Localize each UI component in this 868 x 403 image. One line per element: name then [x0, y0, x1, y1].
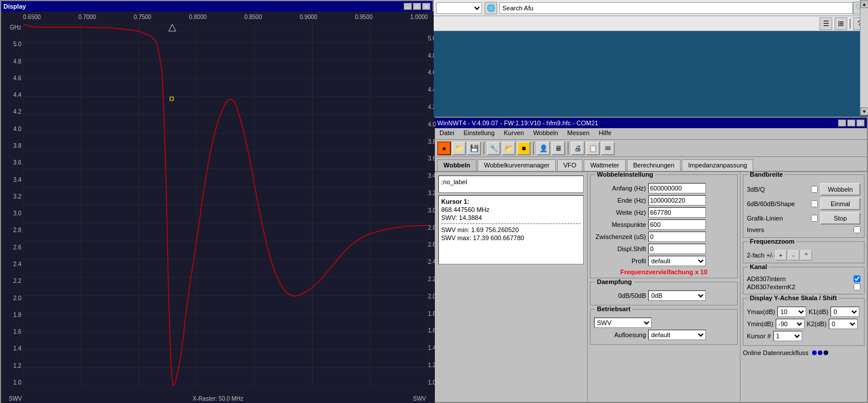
tool-settings-btn[interactable]: 🔧: [487, 141, 501, 155]
betriebsart-select[interactable]: SWV: [594, 318, 652, 328]
tool-person-btn[interactable]: 👤: [536, 141, 550, 155]
bandbreite-title: Bandbreite: [748, 172, 784, 178]
ymin-select[interactable]: -90: [776, 319, 805, 329]
menu-einstellung[interactable]: Einstellung: [461, 129, 497, 138]
nwt-menubar: Datei Einstellung Kurven Wobbeln Messen …: [435, 128, 867, 140]
k2-select[interactable]: 0: [829, 319, 858, 329]
tab-berechnungen[interactable]: Berechnungen: [627, 159, 681, 171]
nwt-close-btn[interactable]: ×: [856, 120, 865, 126]
scrollbar[interactable]: ▲ ▼: [860, 0, 868, 115]
ymax-select[interactable]: 10: [777, 307, 806, 317]
close-btn[interactable]: ×: [422, 3, 430, 10]
zoom-minus-btn[interactable]: -: [788, 250, 799, 260]
ymin-label: Ymin(dB): [747, 320, 773, 327]
weite-label: Weite (Hz): [594, 209, 646, 216]
tool-record-btn[interactable]: ●: [437, 141, 451, 155]
tab-wobbeln[interactable]: Wobbeln: [437, 159, 476, 171]
maximize-btn[interactable]: □: [413, 3, 421, 10]
nwt-toolbar: ● 📁 💾 🔧 📂 ■ 👤 🖥 🖨 📋 ✉: [435, 140, 867, 157]
view-list-icon[interactable]: ☰: [820, 17, 832, 30]
zoom-plus-btn[interactable]: +: [775, 250, 787, 260]
chart-x-raster: X-Raster: 50.0 MHz: [23, 395, 413, 402]
wobbeleinstellung-group: Wobbeleinstellung Anfang (Hz) Ende (Hz) …: [590, 174, 738, 278]
tool-folder-btn[interactable]: 📂: [502, 141, 516, 155]
menu-wobbeln[interactable]: Wobbeln: [531, 129, 560, 138]
daempfung-title: Daempfung: [595, 278, 634, 285]
daempfung-group: Daempfung 0dB/50dB 0dB: [590, 282, 738, 305]
kanal-group: Kanal AD8307intern AD8307externK2: [743, 267, 865, 294]
stop-btn[interactable]: Stop: [820, 212, 861, 225]
tool-print-btn[interactable]: 🖨: [571, 141, 585, 155]
aufloesung-select[interactable]: default: [648, 330, 706, 340]
k1-select[interactable]: 0: [831, 307, 859, 317]
browser-go-btn[interactable]: 🌐: [484, 2, 497, 14]
ymax-label: Ymax(dB): [747, 308, 775, 315]
bw-invers-check[interactable]: [854, 226, 861, 233]
anfang-input[interactable]: [648, 183, 706, 193]
messpunkte-input[interactable]: [648, 219, 706, 230]
tab-vfo[interactable]: VFO: [557, 159, 583, 171]
browser-dropdown[interactable]: [436, 2, 482, 14]
einmal-btn[interactable]: Einmal: [820, 197, 861, 210]
nwt-window: WinNWT4 - V.4.09.07 - FW:1.19:V10 - hfm9…: [434, 117, 868, 403]
view-grid-icon[interactable]: ⊞: [835, 17, 847, 30]
anfang-label: Anfang (Hz): [594, 185, 646, 192]
bw-6db-check[interactable]: [811, 200, 818, 207]
menu-datei[interactable]: Datei: [437, 129, 457, 138]
chart-swv-label-right: SWV: [413, 395, 435, 402]
browser-content: [434, 31, 868, 117]
dot-2: [818, 350, 822, 355]
displ-shift-input[interactable]: [648, 244, 706, 254]
bw-3db-check[interactable]: [811, 186, 818, 193]
scroll-up[interactable]: ▲: [861, 0, 869, 8]
right-panel: 🌐 🔍 ☰ ⊞ ? ▲ ▼ WinNWT4 - V.4.09.07 - FW:1…: [434, 0, 868, 403]
bw-row4: Invers: [747, 226, 861, 233]
kursor-select[interactable]: 1: [773, 331, 802, 341]
scroll-down[interactable]: ▼: [861, 107, 869, 115]
tool-save-btn[interactable]: 💾: [467, 141, 481, 155]
no-label-text: ;no_label: [441, 178, 467, 185]
nwt-maximize-btn[interactable]: □: [847, 120, 855, 126]
menu-hilfe[interactable]: Hilfe: [596, 129, 614, 138]
menu-kurven[interactable]: Kurven: [502, 129, 527, 138]
search-box: 🔍: [499, 2, 866, 14]
daempfung-opt-label: 0dB/50dB: [594, 292, 646, 299]
swv-min-text: SWV min: 1.69 756.260520: [441, 226, 581, 233]
tab-wobbelkurvenmanager[interactable]: Wobbelkurvenmanager: [478, 159, 556, 171]
zoom-up-btn[interactable]: ^: [801, 250, 812, 260]
profil-select[interactable]: default: [648, 256, 706, 266]
search-input[interactable]: [499, 2, 853, 14]
ende-input[interactable]: [648, 195, 706, 206]
tool-monitor-btn[interactable]: 🖥: [551, 141, 565, 155]
kanal-ad8307intern-check[interactable]: [854, 275, 861, 282]
minimize-btn[interactable]: _: [404, 3, 412, 10]
menu-messen[interactable]: Messen: [565, 129, 592, 138]
kursor-label: Kursor 1:: [441, 198, 469, 205]
weite-input[interactable]: [648, 207, 706, 218]
betriebsart-group: Betriebsart SWV Aufloesung default: [590, 309, 738, 345]
browser-toolbar: 🌐 🔍: [434, 0, 868, 16]
toolbar-sep: [850, 18, 851, 29]
tab-wattmeter[interactable]: Wattmeter: [584, 159, 625, 171]
chart-svg: [23, 24, 428, 386]
wobbeln-btn[interactable]: Wobbeln: [820, 183, 861, 196]
k1-label: K1(dB): [809, 308, 828, 315]
tool-mail-btn[interactable]: ✉: [601, 141, 615, 155]
tool-color-btn[interactable]: ■: [517, 141, 531, 155]
browser-toolbar2: ☰ ⊞ ?: [434, 16, 868, 31]
nwt-titlebar: WinNWT4 - V.4.09.07 - FW:1.19:V10 - hfm9…: [435, 118, 867, 128]
tab-impedanzanpassung[interactable]: Impedanzanpassung: [682, 159, 753, 171]
online-row: Online Datenrueckfluss: [743, 349, 865, 356]
tool-copy-btn[interactable]: 📋: [586, 141, 600, 155]
bw-row2: 6dB/60dB/Shape Einmal: [747, 197, 861, 210]
bw-grafik-check[interactable]: [811, 215, 818, 222]
kursor-row: Kursor # 1: [747, 331, 861, 341]
zwischenzeit-input[interactable]: [648, 232, 706, 242]
tool-open-btn[interactable]: 📁: [452, 141, 466, 155]
display-y-title: Display Y-Achse Skala / Shift: [748, 294, 839, 301]
daempfung-select[interactable]: 0dB: [648, 290, 706, 301]
kanal-ad8307externk2-check[interactable]: [854, 283, 861, 290]
display-titlebar: Display _ □ ×: [1, 1, 433, 12]
k2-label: K2(dB): [807, 320, 826, 327]
nwt-minimize-btn[interactable]: _: [838, 120, 846, 126]
